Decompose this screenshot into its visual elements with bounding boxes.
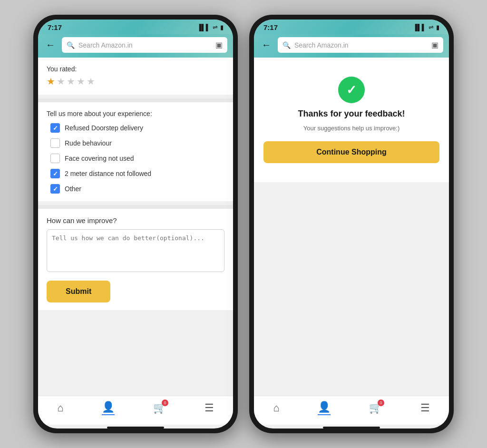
nav-cart-right[interactable]: 🛒 0 [369, 402, 382, 414]
checkbox-item-1[interactable]: Refused Doorstep delivery [50, 123, 224, 133]
content-left: You rated: ★ ★ ★ ★ ★ Tell us more about … [38, 58, 233, 396]
cart-badge-right: 0 [378, 399, 384, 406]
nav-menu-left[interactable]: ☰ [205, 402, 214, 414]
signal-icon-right: ▐▌▌ [413, 24, 426, 31]
improve-textarea[interactable] [47, 229, 224, 272]
home-icon-left: ⌂ [57, 402, 63, 414]
nav-account-right[interactable]: 👤 [318, 401, 331, 415]
status-icons-right: ▐▌▌ ⇌ ▮ [413, 24, 439, 31]
bottom-nav-right: ⌂ 👤 🛒 0 ☰ [254, 396, 449, 425]
home-icon-right: ⌂ [273, 402, 279, 414]
camera-icon-left[interactable]: ▣ [215, 40, 223, 49]
checkbox-label-other: Other [65, 185, 81, 193]
star-2[interactable]: ★ [57, 76, 65, 87]
feedback-card: Tell us more about your experience: Refu… [38, 102, 233, 201]
nav-home-left[interactable]: ⌂ [57, 402, 63, 414]
wifi-icon-right: ⇌ [429, 24, 434, 31]
content-right: Thanks for your feedback! Your suggestio… [254, 58, 449, 396]
status-bar-left: 7:17 ▐▌▌ ⇌ ▮ [38, 19, 233, 34]
left-phone: 7:17 ▐▌▌ ⇌ ▮ ← 🔍 Search Amazon.in ▣ [33, 15, 238, 433]
time-left: 7:17 [48, 23, 62, 31]
menu-icon-right: ☰ [420, 402, 430, 414]
search-placeholder-right: Search Amazon.in [294, 41, 428, 49]
checkbox-item-5[interactable]: Other [50, 184, 224, 194]
rating-card: You rated: ★ ★ ★ ★ ★ [38, 58, 233, 95]
search-placeholder-left: Search Amazon.in [78, 41, 212, 49]
checkbox-distance[interactable] [50, 169, 60, 178]
search-bar-left: ← 🔍 Search Amazon.in ▣ [38, 34, 233, 58]
wifi-icon: ⇌ [213, 24, 218, 31]
checkbox-item-3[interactable]: Face covering not used [50, 154, 224, 163]
battery-icon-right: ▮ [436, 24, 439, 31]
nav-home-right[interactable]: ⌂ [273, 402, 279, 414]
battery-icon: ▮ [220, 24, 224, 31]
search-input-container-right[interactable]: 🔍 Search Amazon.in ▣ [278, 37, 443, 53]
menu-icon-left: ☰ [205, 402, 214, 414]
back-button-left[interactable]: ← [44, 39, 57, 51]
checkbox-rude[interactable] [50, 138, 60, 148]
success-card: Thanks for your feedback! Your suggestio… [254, 58, 449, 182]
home-indicator-left [107, 427, 164, 429]
success-subtitle: Your suggestions help us improve:) [303, 125, 400, 132]
submit-button[interactable]: Submit [47, 281, 110, 302]
continue-shopping-button[interactable]: Continue Shopping [263, 141, 439, 163]
improve-card: How can we improve? Submit [38, 209, 233, 310]
checkbox-refused[interactable] [50, 123, 60, 133]
checkbox-label-refused: Refused Doorstep delivery [65, 124, 143, 132]
account-icon-left: 👤 [102, 401, 115, 415]
rating-label: You rated: [47, 65, 224, 73]
star-5[interactable]: ★ [87, 76, 95, 87]
success-title: Thanks for your feedback! [298, 109, 405, 119]
camera-icon-right[interactable]: ▣ [431, 40, 438, 49]
account-icon-right: 👤 [318, 401, 331, 415]
nav-cart-left[interactable]: 🛒 0 [153, 402, 166, 414]
checkbox-item-2[interactable]: Rude behaviour [50, 138, 224, 148]
search-icon-right: 🔍 [282, 41, 291, 49]
search-bar-right: ← 🔍 Search Amazon.in ▣ [254, 34, 449, 58]
right-phone: 7:17 ▐▌▌ ⇌ ▮ ← 🔍 Search Amazon.in ▣ [249, 15, 454, 433]
star-4[interactable]: ★ [77, 76, 85, 87]
time-right: 7:17 [263, 23, 278, 31]
divider-1 [38, 98, 233, 102]
checkbox-face[interactable] [50, 154, 60, 163]
status-icons-left: ▐▌▌ ⇌ ▮ [197, 24, 224, 31]
cart-badge-left: 0 [162, 399, 168, 406]
success-checkmark-icon [338, 77, 365, 103]
signal-icon: ▐▌▌ [197, 24, 210, 31]
feedback-title: Tell us more about your experience: [47, 110, 224, 117]
checkbox-label-distance: 2 meter distance not followed [65, 170, 151, 177]
search-icon-left: 🔍 [67, 41, 75, 49]
back-button-right[interactable]: ← [260, 39, 273, 51]
checkbox-label-face: Face covering not used [65, 155, 134, 162]
improve-title: How can we improve? [47, 216, 224, 224]
nav-menu-right[interactable]: ☰ [420, 402, 430, 414]
nav-account-left[interactable]: 👤 [102, 401, 115, 415]
bottom-nav-left: ⌂ 👤 🛒 0 ☰ [38, 396, 233, 425]
star-3[interactable]: ★ [67, 76, 75, 87]
divider-2 [38, 205, 233, 209]
checkbox-label-rude: Rude behaviour [65, 139, 112, 147]
checkbox-list: Refused Doorstep delivery Rude behaviour… [47, 123, 224, 194]
home-indicator-right [323, 427, 380, 429]
phones-container: 7:17 ▐▌▌ ⇌ ▮ ← 🔍 Search Amazon.in ▣ [24, 5, 463, 443]
stars-container[interactable]: ★ ★ ★ ★ ★ [47, 76, 224, 87]
checkbox-other[interactable] [50, 184, 60, 194]
star-1[interactable]: ★ [47, 76, 55, 87]
status-bar-right: 7:17 ▐▌▌ ⇌ ▮ [254, 19, 449, 34]
checkbox-item-4[interactable]: 2 meter distance not followed [50, 169, 224, 178]
search-input-container-left[interactable]: 🔍 Search Amazon.in ▣ [62, 37, 227, 53]
